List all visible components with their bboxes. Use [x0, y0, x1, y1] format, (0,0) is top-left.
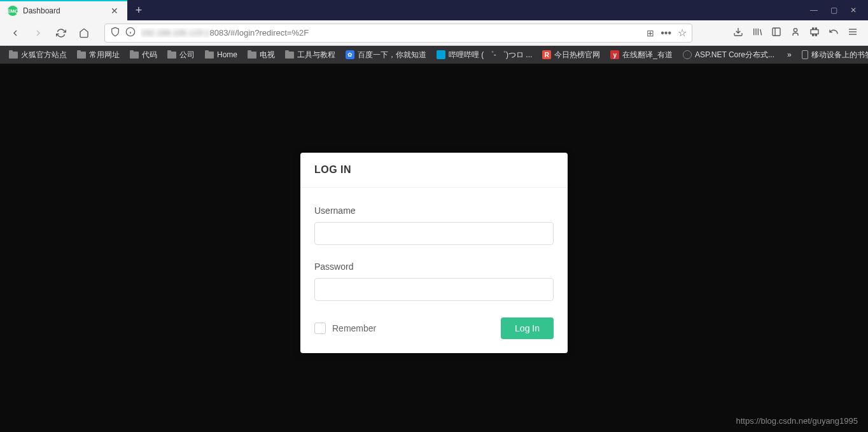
account-icon[interactable]	[790, 27, 801, 39]
folder-icon	[9, 52, 18, 59]
bilibili-icon	[437, 50, 445, 59]
forward-button[interactable]	[28, 23, 48, 43]
bookmark-item[interactable]: 代码	[126, 48, 161, 62]
youdao-icon: y	[610, 50, 619, 59]
back-button[interactable]	[5, 23, 25, 43]
rebang-icon: R	[542, 50, 551, 59]
qr-icon[interactable]: ⊞	[647, 28, 654, 38]
window-titlebar: EMQ Dashboard ✕ + ― ▢ ✕	[0, 0, 868, 20]
bookmark-star-icon[interactable]: ☆	[678, 27, 687, 39]
card-header: LOG IN	[300, 153, 568, 188]
tab-title: Dashboard	[23, 6, 104, 15]
menu-icon[interactable]	[848, 27, 858, 39]
bookmark-item[interactable]: 火狐官方站点	[5, 48, 71, 62]
watermark: https://blog.csdn.net/guyang1995	[736, 416, 858, 426]
folder-icon	[77, 52, 86, 59]
sidebar-icon[interactable]	[771, 27, 781, 39]
close-icon[interactable]: ✕	[109, 6, 120, 16]
folder-icon	[167, 52, 176, 59]
folder-icon	[248, 52, 256, 59]
card-title: LOG IN	[314, 164, 554, 176]
login-card: LOG IN Username Password Remember Log In	[300, 153, 568, 353]
tab-strip: EMQ Dashboard ✕ +	[0, 0, 150, 20]
url-bar[interactable]: 192.168.100.123:18083/#/login?redirect=%…	[104, 24, 692, 43]
bookmark-item[interactable]: y在线翻译_有道	[606, 48, 676, 62]
svg-line-6	[760, 29, 762, 35]
reload-button[interactable]	[51, 23, 71, 43]
bookmarks-bar: 火狐官方站点 常用网址 代码 公司 Home 电视 工具与教程 ✿百度一下，你就…	[0, 46, 868, 64]
bookmark-item[interactable]: Home	[201, 48, 241, 61]
password-input[interactable]	[314, 278, 554, 301]
remember-checkbox[interactable]	[314, 323, 326, 334]
library-icon[interactable]	[752, 27, 762, 39]
bookmark-item[interactable]: R今日热榜官网	[538, 48, 604, 62]
bookmarks-overflow-icon[interactable]: »	[783, 50, 795, 59]
svg-rect-10	[811, 29, 818, 34]
url-text: 192.168.100.123:18083/#/login?redirect=%…	[141, 28, 641, 38]
bookmark-item[interactable]: ASP.NET Core分布式...	[679, 48, 778, 62]
page-content: LOG IN Username Password Remember Log In…	[0, 64, 868, 432]
site-icon	[683, 50, 692, 59]
remember-label: Remember	[332, 323, 376, 333]
svg-point-9	[794, 28, 797, 31]
bookmark-item[interactable]: ✿百度一下，你就知道	[342, 48, 430, 62]
username-group: Username	[314, 206, 554, 245]
shield-icon[interactable]	[110, 27, 120, 39]
screenshot-icon[interactable]	[809, 27, 820, 39]
mobile-icon	[802, 50, 808, 59]
window-controls: ― ▢ ✕	[799, 6, 868, 15]
bookmark-item[interactable]: 电视	[244, 48, 279, 62]
maximize-icon[interactable]: ▢	[830, 6, 837, 15]
home-button[interactable]	[74, 23, 94, 43]
password-label: Password	[314, 261, 554, 272]
folder-icon	[285, 52, 294, 59]
username-input[interactable]	[314, 222, 554, 245]
bookmark-item-mobile[interactable]: 移动设备上的书签	[798, 48, 868, 62]
password-group: Password	[314, 261, 554, 301]
bookmark-item[interactable]: 哔哩哔哩 ( ゜- ゜)つロ ...	[433, 48, 536, 62]
remember-wrap: Remember	[314, 323, 376, 334]
tab-favicon: EMQ	[8, 6, 18, 16]
close-window-icon[interactable]: ✕	[850, 6, 857, 15]
username-label: Username	[314, 206, 554, 216]
svg-rect-7	[773, 28, 780, 36]
baidu-icon: ✿	[346, 50, 354, 59]
page-actions-icon[interactable]: •••	[661, 27, 671, 39]
downloads-icon[interactable]	[733, 27, 743, 39]
undo-icon[interactable]	[829, 27, 839, 39]
form-footer: Remember Log In	[314, 317, 554, 339]
new-tab-button[interactable]: +	[127, 0, 150, 20]
card-body: Username Password Remember Log In	[300, 188, 568, 353]
folder-icon	[130, 52, 139, 59]
nav-toolbar: 192.168.100.123:18083/#/login?redirect=%…	[0, 20, 868, 46]
bookmark-item[interactable]: 常用网址	[73, 48, 123, 62]
browser-tab-active[interactable]: EMQ Dashboard ✕	[0, 0, 127, 20]
minimize-icon[interactable]: ―	[810, 6, 818, 15]
bookmark-item[interactable]: 工具与教程	[281, 48, 339, 62]
login-button[interactable]: Log In	[501, 317, 554, 339]
bookmark-item[interactable]: 公司	[164, 48, 199, 62]
folder-icon	[205, 52, 214, 59]
info-icon[interactable]	[125, 27, 136, 39]
